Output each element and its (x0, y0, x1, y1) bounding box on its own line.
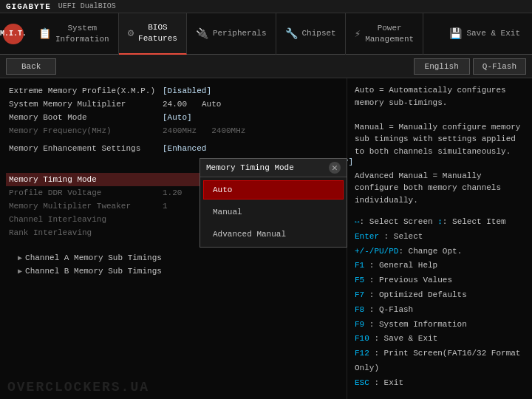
memory-multiplier-tweaker-value: 1 (163, 202, 168, 211)
memory-boot-mode-value: [Auto] (163, 113, 192, 122)
shortcut-f9: F9 : System Information (355, 318, 525, 332)
system-info-line1: System (55, 23, 109, 33)
channel-b-label: Channel B Memory Sub Timings (25, 267, 173, 276)
mit-button[interactable]: M.I.T. (3, 24, 24, 44)
memory-enhancement-label: Memory Enhancement Settings (9, 144, 157, 153)
setting-memory-enhancement[interactable]: Memory Enhancement Settings [Enhanced (9, 142, 338, 155)
memory-timing-mode-label: Memory Timing Mode (9, 175, 157, 184)
tab-system-information[interactable]: 📋 System Information (30, 13, 119, 55)
profile-ddr-voltage-value: 1.20 (163, 188, 182, 197)
shortcut-f10: F10 : Save & Exit (355, 332, 525, 347)
memory-enhancement-value: [Enhanced (163, 144, 206, 153)
nav-tabs: M.I.T. 📋 System Information ⚙ BIOS Featu… (0, 13, 532, 55)
keyboard-help: ↔: Select Screen ↕: Select Item Enter : … (355, 215, 525, 391)
power-line1: Power (365, 23, 414, 33)
key-f5: F5 (355, 276, 364, 284)
key-arrows2: ↕ (437, 217, 443, 226)
dropdown-title-bar: Memory Timing Mode ✕ (200, 159, 347, 177)
key-f7: F7 (355, 290, 364, 299)
power-line2: Management (365, 34, 414, 44)
tab-peripherals[interactable]: 🔌 Peripherals (187, 13, 276, 55)
dropdown-option-advanced-manual[interactable]: Advanced Manual (203, 225, 344, 244)
setting-memory-freq: Memory Frequency(MHz) 2400MHz 2400MHz (9, 124, 338, 137)
setting-xmp[interactable]: Extreme Memory Profile(X.M.P.) [Disabled… (9, 84, 338, 98)
main-content: Extreme Memory Profile(X.M.P.) [Disabled… (0, 78, 532, 399)
shortcut-f1: F1 : General Help (355, 259, 525, 273)
xmp-label: Extreme Memory Profile(X.M.P.) (9, 86, 157, 95)
key-f9: F9 (355, 320, 364, 329)
chipset-label: Chipset (302, 28, 336, 38)
memory-freq-label: Memory Frequency(MHz) (9, 126, 157, 135)
shortcut-f12: F12 : Print Screen(FAT16/32 Format Only) (355, 347, 525, 376)
save-icon: 💾 (449, 27, 462, 40)
peripherals-label: Peripherals (213, 28, 267, 38)
watermark: OVERCLOCKERS.UA (7, 380, 149, 395)
sub-section-channel-a[interactable]: ▶ Channel A Memory Sub Timings (9, 251, 338, 265)
tab-power-management[interactable]: ⚡ Power Management (346, 13, 423, 55)
sub-section-channel-b[interactable]: ▶ Channel B Memory Sub Timings (9, 265, 338, 278)
shortcut-change: +/-/PU/PD: Change Opt. (355, 245, 525, 259)
key-f10: F10 (355, 334, 369, 343)
bios-features-icon: ⚙ (128, 27, 134, 39)
mit-label: M.I.T. (0, 30, 27, 38)
expand-arrow-channel-a: ▶ (18, 253, 22, 262)
dropdown-option-auto[interactable]: Auto (203, 180, 344, 200)
shortcut-f8: F8 : Q-Flash (355, 303, 525, 318)
dropdown-close-button[interactable]: ✕ (329, 162, 341, 174)
save-exit-label: Save & Exit (466, 28, 520, 38)
back-button[interactable]: Back (6, 58, 56, 75)
top-bar: GIGABYTE UEFI DualBIOS (0, 0, 532, 13)
memory-multiplier-label: System Memory Multiplier (9, 100, 157, 109)
memory-multiplier-tweaker-label: Memory Multiplier Tweaker (9, 202, 157, 211)
left-panel: Extreme Memory Profile(X.M.P.) [Disabled… (0, 78, 347, 399)
channel-a-label: Channel A Memory Sub Timings (25, 253, 173, 262)
brand-logo: GIGABYTE (6, 2, 51, 11)
key-f1: F1 (355, 261, 364, 270)
memory-boot-mode-label: Memory Boot Mode (9, 113, 157, 122)
memory-multiplier-value1: 24.00 (163, 100, 187, 109)
setting-memory-multiplier[interactable]: System Memory Multiplier 24.00 Auto (9, 98, 338, 111)
key-enter: Enter (355, 232, 379, 241)
bios-features-line1: BIOS (138, 22, 177, 33)
memory-freq-value2: 2400MHz (211, 126, 245, 135)
key-f8: F8 (355, 305, 364, 314)
tab-save-exit[interactable]: 💾 Save & Exit (440, 13, 529, 55)
help-text: Auto = Automatically configures memory s… (355, 84, 525, 206)
dualbios-label: UEFI DualBIOS (58, 2, 116, 10)
right-panel: Auto = Automatically configures memory s… (347, 78, 532, 399)
bios-features-line2: Features (138, 33, 177, 44)
shortcut-esc: ESC : Exit (355, 376, 525, 391)
shortcut-nav: ↔: Select Screen ↕: Select Item (355, 215, 525, 230)
key-f12: F12 (355, 349, 369, 358)
system-info-icon: 📋 (38, 27, 51, 40)
chipset-icon: 🔧 (285, 27, 298, 40)
language-button[interactable]: English (414, 58, 470, 75)
sub-header: Back English Q-Flash (0, 55, 532, 78)
key-arrows1: ↔ (355, 217, 360, 226)
shortcut-f5: F5 : Previous Values (355, 273, 525, 288)
shortcut-f7: F7 : Optimized Defaults (355, 288, 525, 303)
profile-ddr-voltage-label: Profile DDR Voltage (9, 188, 157, 197)
qflash-button[interactable]: Q-Flash (473, 58, 526, 75)
rank-interleaving-label: Rank Interleaving (9, 228, 157, 237)
key-change: +/-/PU/PD (355, 247, 398, 256)
peripherals-icon: 🔌 (196, 27, 208, 40)
tab-chipset[interactable]: 🔧 Chipset (276, 13, 346, 55)
system-info-line2: Information (55, 34, 109, 44)
xmp-value: [Disabled] (163, 86, 211, 95)
shortcut-enter: Enter : Select (355, 230, 525, 245)
expand-arrow-channel-b: ▶ (18, 267, 22, 276)
dropdown-title: Memory Timing Mode (206, 163, 294, 172)
memory-multiplier-value2: Auto (202, 100, 221, 109)
dropdown-overlay: Memory Timing Mode ✕ Auto Manual Advance… (200, 158, 347, 248)
channel-interleaving-label: Channel Interleaving (9, 215, 157, 224)
tab-bios-features[interactable]: ⚙ BIOS Features (119, 13, 187, 55)
memory-freq-value1: 2400MHz (163, 126, 197, 135)
dropdown-option-manual[interactable]: Manual (203, 202, 344, 222)
key-esc: ESC (355, 378, 369, 387)
power-icon: ⚡ (355, 27, 361, 40)
setting-memory-boot-mode[interactable]: Memory Boot Mode [Auto] (9, 111, 338, 124)
